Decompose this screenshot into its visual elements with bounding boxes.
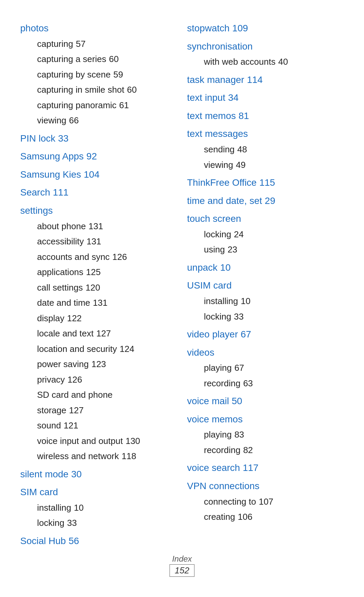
entry-title: voice memos (187, 411, 344, 427)
sub-entry: power saving123 (20, 357, 177, 372)
sub-entry: viewing66 (20, 113, 177, 128)
entry-title: task manager114 (187, 72, 344, 88)
page-number: 60 (109, 54, 119, 64)
page-number: 10 (220, 262, 231, 273)
index-entry: voice memosplaying83recording82 (187, 411, 344, 458)
index-entry: voice mail50 (187, 393, 344, 409)
sub-entry: recording82 (187, 443, 344, 458)
page-number: 60 (127, 85, 137, 95)
page-number: 127 (96, 328, 111, 338)
page-number: 130 (125, 436, 140, 446)
index-entry: Social Hub56 (20, 533, 177, 549)
sub-entry: playing83 (187, 427, 344, 443)
entry-title: USIM card (187, 277, 344, 294)
page-number: 24 (234, 229, 244, 239)
entry-title: synchronisation (187, 38, 344, 55)
index-entry: SIM cardinstalling10locking33 (20, 484, 177, 531)
footer-page: 152 (170, 564, 194, 577)
page-number: 10 (74, 503, 84, 513)
page-number: 49 (236, 160, 246, 170)
sub-entry: capturing panoramic61 (20, 98, 177, 113)
page-number: 67 (241, 329, 251, 339)
sub-entry: display122 (20, 311, 177, 326)
entry-title: videos (187, 345, 344, 361)
entry-title: Search111 (20, 184, 177, 201)
page-number: 33 (67, 518, 77, 528)
sub-entry: sound121 (20, 418, 177, 434)
entry-title: voice search117 (187, 460, 344, 476)
entry-title: voice mail50 (187, 393, 344, 409)
page-number: 107 (259, 497, 273, 507)
sub-entry: capturing57 (20, 36, 177, 52)
entry-title: photos (20, 20, 177, 36)
entry-title: stopwatch109 (187, 20, 344, 36)
index-entry: silent mode30 (20, 466, 177, 482)
page-number: 104 (84, 169, 100, 180)
sub-entry: creating106 (187, 509, 344, 525)
page-number: 114 (247, 74, 263, 85)
page-number: 82 (243, 445, 253, 455)
index-entry: touch screenlocking24using23 (187, 211, 344, 258)
page-number: 109 (232, 23, 248, 33)
page-number: 30 (71, 469, 82, 479)
sub-entry: call settings120 (20, 280, 177, 296)
page-number: 33 (58, 133, 68, 144)
page-number: 50 (232, 396, 242, 406)
sub-entry: sending48 (187, 142, 344, 157)
index-entry: Search111 (20, 184, 177, 201)
page-number: 92 (86, 151, 97, 161)
page-number: 122 (67, 313, 82, 323)
page-number: 66 (69, 115, 79, 125)
entry-title: Samsung Kies104 (20, 167, 177, 183)
sub-entry: SD card and phone (20, 387, 177, 403)
index-entry: text input34 (187, 90, 344, 106)
page-number: 81 (239, 111, 249, 121)
sub-entry: installing10 (187, 294, 344, 309)
sub-entry: locale and text127 (20, 326, 177, 341)
right-column: stopwatch109synchronisationwith web acco… (187, 20, 344, 551)
index-entry: text messagessending48viewing49 (187, 126, 344, 173)
entry-title: text input34 (187, 90, 344, 106)
page-number: 23 (228, 244, 237, 255)
page-number: 67 (234, 363, 244, 373)
sub-entry: installing10 (20, 500, 177, 516)
page-number: 126 (67, 375, 82, 385)
index-entry: settingsabout phone131accessibility131ac… (20, 203, 177, 464)
sub-entry: with web accounts40 (187, 54, 344, 70)
index-entry: photoscapturing57capturing a series60cap… (20, 20, 177, 128)
page-number: 127 (69, 405, 84, 415)
sub-entry: capturing in smile shot60 (20, 82, 177, 98)
index-entry: synchronisationwith web accounts40 (187, 38, 344, 70)
page-number: 106 (238, 512, 252, 522)
page-number: 48 (237, 144, 247, 154)
entry-title: silent mode30 (20, 466, 177, 482)
sub-entry: using23 (187, 242, 344, 258)
index-entry: video player67 (187, 326, 344, 342)
entry-title: Social Hub56 (20, 533, 177, 549)
sub-entry: connecting to107 (187, 494, 344, 510)
sub-entry: locking33 (20, 515, 177, 531)
entry-title: SIM card (20, 484, 177, 500)
index-entry: voice search117 (187, 460, 344, 476)
page-number: 61 (119, 100, 129, 110)
page-number: 126 (112, 252, 127, 262)
index-entry: task manager114 (187, 72, 344, 88)
page-number: 120 (86, 282, 100, 293)
page-number: 40 (278, 57, 288, 67)
page-number: 125 (86, 267, 100, 277)
sub-entry: wireless and network118 (20, 449, 177, 464)
page-number: 131 (87, 236, 101, 246)
sub-entry: capturing a series60 (20, 52, 177, 67)
footer-label: Index (0, 554, 364, 564)
entry-title: VPN connections (187, 478, 344, 494)
page-number: 131 (89, 221, 103, 231)
entry-title: text memos81 (187, 108, 344, 124)
page-number: 56 (68, 536, 79, 546)
page-number: 118 (122, 451, 136, 461)
entry-title: Samsung Apps92 (20, 148, 177, 165)
footer: Index 152 (0, 554, 364, 577)
sub-entry: locking24 (187, 227, 344, 242)
page-number: 111 (53, 187, 69, 198)
sub-entry: about phone131 (20, 219, 177, 234)
index-entry: Samsung Apps92 (20, 148, 177, 165)
